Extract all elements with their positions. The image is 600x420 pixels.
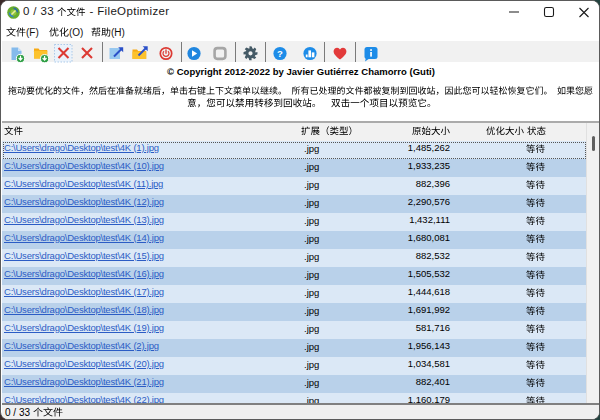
svg-text:?: ?	[277, 48, 283, 59]
